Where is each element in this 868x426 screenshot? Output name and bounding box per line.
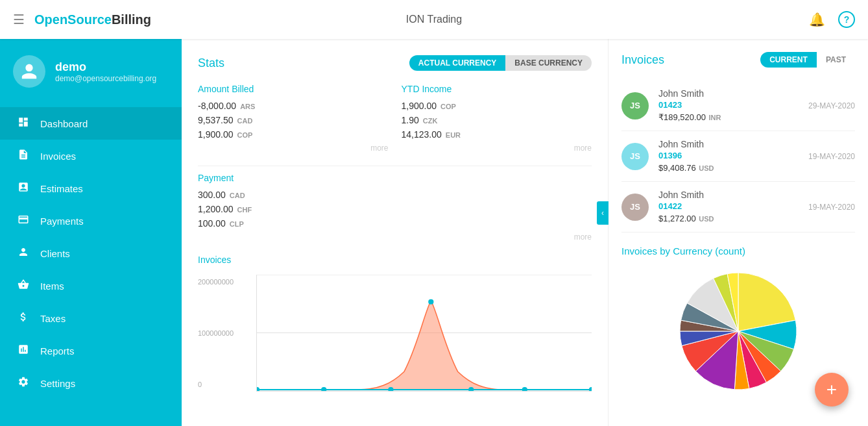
stat-currency: EUR [446, 131, 461, 139]
invoice-number: 01422 [658, 201, 799, 211]
payment-title: Payment [198, 173, 592, 183]
invoice-currency: USD [699, 164, 714, 172]
invoice-avatar: JS [621, 143, 649, 170]
payment-section: Payment 300.00CAD1,200.00CHF100.00CLP mo… [198, 166, 592, 242]
hamburger-icon[interactable]: ☰ [13, 12, 25, 27]
page-title: ION Trading [406, 14, 462, 25]
svg-point-9 [522, 387, 527, 391]
stat-line: -8,000.00ARS [198, 101, 389, 111]
invoice-amount-line: ₹189,520.00 INR [658, 111, 799, 123]
stats-header: Stats ACTUAL CURRENCY BASE CURRENCY [198, 55, 592, 71]
sidebar-item-invoices[interactable]: Invoices [0, 140, 182, 172]
items-icon [16, 279, 30, 293]
sidebar-item-dashboard[interactable]: Dashboard [0, 107, 182, 140]
invoice-date: 29-MAY-2020 [808, 101, 855, 110]
invoice-amount: ₹189,520.00 [658, 112, 706, 122]
dashboard-icon [16, 116, 30, 131]
navbar-actions: 🔔 ? [809, 11, 855, 28]
reports-icon [16, 344, 30, 358]
ytd-income-title: YTD Income [402, 84, 592, 94]
chart-y-label-top: 200000000 [198, 278, 234, 286]
invoice-info: John Smith 01423 ₹189,520.00 INR [658, 88, 799, 123]
sidebar-item-settings[interactable]: Settings [0, 367, 182, 399]
invoice-customer-name: John Smith [658, 139, 799, 149]
invoices-title: Invoices [621, 53, 664, 67]
current-tab[interactable]: CURRENT [760, 52, 817, 68]
actual-currency-button[interactable]: ACTUAL CURRENCY [409, 55, 505, 71]
invoice-amount: $9,408.76 [658, 163, 696, 173]
invoice-item[interactable]: JS John Smith 01422 $1,272.00 USD 19-MAY… [621, 182, 855, 232]
brand-suffix: Billing [112, 12, 151, 27]
payments-icon [16, 214, 30, 228]
base-currency-button[interactable]: BASE CURRENCY [505, 55, 592, 71]
svg-point-4 [257, 387, 259, 391]
currency-toggle: ACTUAL CURRENCY BASE CURRENCY [409, 55, 592, 71]
amount-billed-title: Amount Billed [198, 84, 389, 94]
stat-currency: CHF [237, 206, 252, 214]
stat-line: 100.00CLP [198, 218, 592, 229]
stat-amount: 1,900.00 [402, 101, 437, 111]
bell-icon[interactable]: 🔔 [809, 12, 825, 27]
sidebar-item-reports[interactable]: Reports [0, 334, 182, 367]
sidebar-item-payments[interactable]: Payments [0, 205, 182, 237]
right-panel-toggle[interactable]: ‹ [597, 201, 609, 225]
stat-amount: 300.00 [198, 190, 226, 200]
stat-line: 1,900.00COP [402, 101, 592, 111]
invoice-number: 01423 [658, 100, 799, 110]
past-tab[interactable]: PAST [817, 52, 855, 68]
taxes-icon [16, 311, 30, 325]
stat-line: 9,537.50CAD [198, 115, 389, 125]
navbar: ☰ OpenSourceBilling ION Trading 🔔 ? [0, 0, 868, 39]
amount-billed-more[interactable]: more [198, 144, 389, 153]
pie-chart-svg [673, 266, 803, 396]
stat-amount: 9,537.50 [198, 115, 234, 125]
stats-title: Stats [198, 56, 224, 70]
pie-title: Invoices by Currency (count) [621, 245, 855, 257]
amount-billed-section: Amount Billed -8,000.00ARS9,537.50CAD1,9… [198, 84, 389, 153]
brand-highlight: OpenSource [34, 12, 112, 27]
invoices-icon [16, 149, 30, 163]
sidebar-item-taxes[interactable]: Taxes [0, 302, 182, 334]
invoice-list: JS John Smith 01423 ₹189,520.00 INR 29-M… [621, 81, 855, 232]
invoice-currency: INR [709, 114, 721, 121]
invoice-amount: $1,272.00 [658, 214, 696, 223]
sidebar-item-label: Payments [40, 216, 84, 227]
invoice-tab-group: CURRENT PAST [760, 52, 855, 68]
settings-icon [16, 376, 30, 390]
ytd-income-more[interactable]: more [402, 144, 592, 153]
sidebar-item-label: Invoices [40, 151, 76, 162]
fab-button[interactable]: + [815, 373, 849, 407]
invoice-chart [256, 275, 592, 392]
sidebar-item-estimates[interactable]: Estimates [0, 172, 182, 205]
stat-currency: COP [237, 131, 253, 139]
stat-currency: CAD [230, 192, 245, 199]
content-area: Stats ACTUAL CURRENCY BASE CURRENCY Amou… [182, 39, 868, 426]
stats-grid: Amount Billed -8,000.00ARS9,537.50CAD1,9… [198, 84, 592, 153]
invoice-avatar: JS [621, 92, 649, 119]
clients-icon [16, 246, 30, 260]
invoice-item[interactable]: JS John Smith 01423 ₹189,520.00 INR 29-M… [621, 81, 855, 131]
sidebar-item-items[interactable]: Items [0, 269, 182, 302]
sidebar-item-label: Items [40, 281, 64, 292]
svg-point-5 [321, 387, 326, 391]
sidebar: demo demo@opensourcebilling.org Dashboar… [0, 39, 182, 426]
sidebar-item-label: Taxes [40, 313, 66, 324]
chart-y-label-mid: 100000000 [198, 329, 234, 337]
svg-point-7 [428, 299, 433, 305]
invoice-item[interactable]: JS John Smith 01396 $9,408.76 USD 19-MAY… [621, 131, 855, 182]
stat-line: 1,900.00COP [198, 129, 389, 140]
payment-more[interactable]: more [198, 232, 592, 242]
invoices-panel: Invoices CURRENT PAST JS John Smith 0142… [609, 39, 868, 426]
sidebar-item-label: Clients [40, 248, 70, 259]
invoice-number: 01396 [658, 151, 799, 160]
sidebar-item-label: Dashboard [40, 118, 88, 129]
pie-section: Invoices by Currency (count) [621, 245, 855, 396]
estimates-icon [16, 181, 30, 195]
help-icon[interactable]: ? [838, 11, 855, 28]
chart-y-label-bottom: 0 [198, 381, 234, 388]
svg-point-10 [589, 387, 592, 391]
main-layout: demo demo@opensourcebilling.org Dashboar… [0, 39, 868, 426]
sidebar-item-clients[interactable]: Clients [0, 237, 182, 269]
sidebar-nav: Dashboard Invoices Estimates Payments Cl… [0, 101, 182, 406]
ytd-income-section: YTD Income 1,900.00COP1.90CZK14,123.00EU… [402, 84, 592, 153]
